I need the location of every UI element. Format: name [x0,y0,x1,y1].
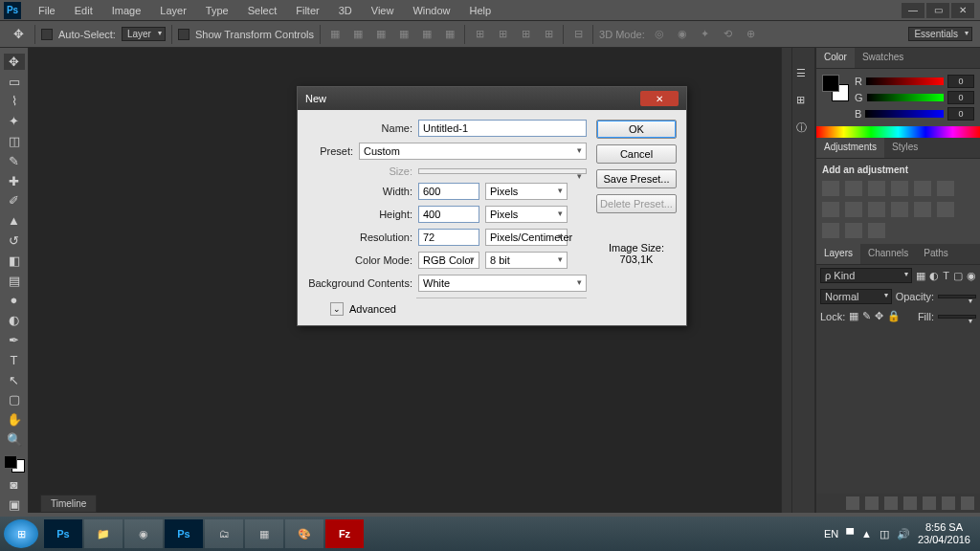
taskbar-filezilla-icon[interactable]: Fz [325,519,364,548]
filter-pixel-icon[interactable]: ▦ [916,270,925,282]
tray-network-icon[interactable]: ◫ [880,528,889,540]
lock-all-icon[interactable]: 🔒 [887,310,901,322]
adj-vibrance-icon[interactable] [914,181,931,196]
taskbar-folder-icon[interactable]: 🗂 [205,519,243,548]
advanced-toggle[interactable]: ⌄ Advanced [330,302,587,316]
taskbar-chrome-icon[interactable]: ◉ [124,519,163,548]
bg-select[interactable]: White [418,275,587,292]
r-slider[interactable] [866,77,944,85]
cancel-button[interactable]: Cancel [596,144,677,164]
auto-select-target[interactable]: Layer [122,27,166,41]
tab-layers[interactable]: Layers [816,244,860,264]
tray-flag-icon[interactable]: ▀ [846,528,854,540]
b-slider[interactable] [865,110,944,118]
quickmask-tool[interactable]: ◙ [4,476,25,493]
lock-pos-icon[interactable]: ✥ [875,310,883,322]
menu-file[interactable]: File [29,5,65,16]
width-input[interactable] [418,183,479,200]
tab-swatches[interactable]: Swatches [855,48,911,68]
tray-lang[interactable]: EN [824,528,838,540]
align-icon[interactable]: ▦ [326,26,344,43]
resolution-input[interactable] [418,229,479,246]
align-icon[interactable]: ▦ [441,26,458,43]
tray-volume-icon[interactable]: 🔊 [897,528,910,540]
taskbar-photoshop2-icon[interactable]: Ps [165,519,203,548]
character-icon[interactable]: ⓘ [796,121,812,136]
name-input[interactable] [418,120,587,137]
g-value[interactable]: 0 [947,91,974,104]
g-slider[interactable] [867,94,944,101]
blend-mode[interactable]: Normal [820,289,892,304]
adj-invert-icon[interactable] [914,202,931,217]
filter-type-icon[interactable]: T [943,270,949,281]
align-icon[interactable]: ▦ [418,26,435,43]
link-icon[interactable] [846,496,859,510]
tray-action-icon[interactable]: ▲ [861,528,872,540]
align-icon[interactable]: ▦ [395,26,412,43]
move-tool[interactable]: ✥ [4,54,25,70]
menu-layer[interactable]: Layer [150,5,196,16]
eyedropper-tool[interactable]: ✎ [4,153,25,169]
filter-smart-icon[interactable]: ◉ [967,270,976,282]
dialog-close-button[interactable]: ✕ [640,91,679,106]
eraser-tool[interactable]: ◧ [4,253,25,269]
ok-button[interactable]: OK [596,120,677,139]
3d-icon[interactable]: ⟲ [720,26,737,43]
menu-window[interactable]: Window [403,5,459,16]
menu-help[interactable]: Help [460,5,501,16]
fill-value[interactable] [938,315,976,319]
screenmode-tool[interactable]: ▣ [4,496,25,513]
tray-clock[interactable]: 8:56 SA 23/04/2016 [918,521,970,546]
opacity-value[interactable] [938,295,976,298]
dodge-tool[interactable]: ◐ [4,312,25,328]
adj-photo-icon[interactable] [845,202,862,217]
adj-thresh-icon[interactable] [822,223,839,238]
minimize-button[interactable]: — [902,3,924,18]
layer-kind[interactable]: ρ Kind [820,268,912,283]
wand-tool[interactable]: ✦ [4,113,25,129]
filter-shape-icon[interactable]: ▢ [953,270,963,282]
menu-image[interactable]: Image [102,5,151,16]
distribute-icon[interactable]: ⊞ [517,26,534,43]
menu-type[interactable]: Type [196,5,238,16]
workspace-switcher[interactable]: Essentials [908,27,972,41]
taskbar-app-icon[interactable]: ▦ [245,519,283,548]
ps-logo[interactable]: Ps [4,2,21,19]
dialog-titlebar[interactable]: New ✕ [298,87,686,110]
lasso-tool[interactable]: ⌇ [4,94,25,110]
delete-icon[interactable] [961,496,974,510]
3d-icon[interactable]: ◉ [674,26,691,43]
shape-tool[interactable]: ▢ [4,392,25,408]
properties-icon[interactable]: ⊞ [796,94,812,109]
taskbar-paint-icon[interactable]: 🎨 [285,519,323,548]
filter-adj-icon[interactable]: ◐ [929,270,939,282]
colormode-select[interactable]: RGB Color [418,252,479,269]
tab-timeline[interactable]: Timeline [40,495,97,513]
save-preset-button[interactable]: Save Preset... [596,169,677,188]
start-button[interactable]: ⊞ [4,519,38,548]
arrange-icon[interactable]: ⊟ [569,26,587,43]
crop-tool[interactable]: ◫ [4,133,25,149]
resolution-unit[interactable]: Pixels/Centimeter [485,229,568,246]
panel-toggle[interactable] [781,48,792,513]
adj-gmap-icon[interactable] [845,223,862,238]
auto-select-checkbox[interactable] [41,29,53,40]
distribute-icon[interactable]: ⊞ [540,26,557,43]
tab-adjustments[interactable]: Adjustments [816,138,884,158]
taskbar-photoshop-icon[interactable]: Ps [44,519,82,548]
distribute-icon[interactable]: ⊞ [471,26,488,43]
close-button[interactable]: ✕ [951,3,974,18]
type-tool[interactable]: T [4,352,25,368]
adj-poster-icon[interactable] [937,202,954,217]
spectrum-bar[interactable] [816,126,980,138]
distribute-icon[interactable]: ⊞ [494,26,511,43]
history-brush-tool[interactable]: ↺ [4,232,25,249]
gradient-tool[interactable]: ▤ [4,273,25,289]
3d-icon[interactable]: ✦ [697,26,714,43]
menu-view[interactable]: View [362,5,404,16]
menu-select[interactable]: Select [238,5,287,16]
tab-paths[interactable]: Paths [916,244,956,264]
show-transform-checkbox[interactable] [178,29,189,40]
3d-icon[interactable]: ⊕ [743,26,760,43]
align-icon[interactable]: ▦ [372,26,390,43]
